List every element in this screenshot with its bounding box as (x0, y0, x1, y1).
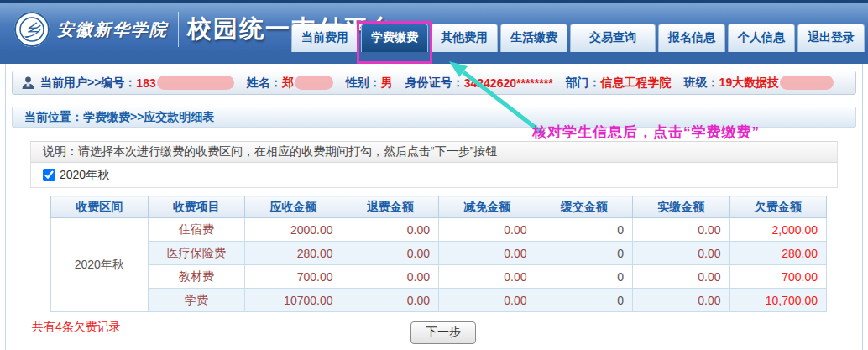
tab-logout[interactable]: 退出登录 (797, 24, 865, 52)
col-header-refund: 退费金额 (342, 196, 439, 218)
next-step-button[interactable]: 下一步 (410, 321, 476, 344)
user-icon (21, 76, 35, 90)
user-info-bar: 当前用户>>编号：183 姓名：郑 性别：男 身份证号：34242620****… (12, 71, 856, 95)
table-row: 2020年秋 住宿费 2000.00 0.00 0.00 0 0.00 2,00… (51, 218, 827, 242)
tab-registration-info[interactable]: 报名信息 (658, 24, 725, 52)
period-checkbox-label: 2020年秋 (60, 168, 109, 183)
university-logo-icon: 乡 (13, 11, 50, 48)
annotation-text: 核对学生信息后，点击“学费缴费” (532, 123, 760, 142)
redaction-blob (780, 76, 834, 90)
col-header-due: 应收金额 (245, 196, 342, 218)
col-header-defer: 缓交金额 (536, 196, 633, 218)
svg-text:乡: 乡 (24, 20, 42, 39)
user-name-field: 姓名：郑 (247, 76, 333, 91)
table-row: 学费 10700.00 0.00 0.00 0 0.00 10,700.00 (51, 289, 827, 312)
redaction-blob (295, 76, 333, 90)
col-header-owed: 欠费金额 (729, 196, 827, 218)
selection-panel: 说明：请选择本次进行缴费的收费区间，在相应的收费期间打勾，然后点击“下一步”按钮… (30, 141, 838, 188)
col-header-waiver: 减免金额 (439, 196, 536, 218)
university-name: 安徽新华学院 (57, 18, 168, 41)
table-row: 医疗保险费 280.00 0.00 0.00 0 0.00 280.00 (51, 242, 827, 265)
period-cell: 2020年秋 (51, 218, 149, 312)
col-header-paid: 实缴金额 (633, 196, 730, 218)
table-header-row: 收费区间 收费项目 应收金额 退费金额 减免金额 缓交金额 实缴金额 欠费金额 (51, 196, 827, 218)
brand-divider (178, 12, 179, 47)
table-row: 教材费 700.00 0.00 0.00 0 0.00 700.00 (51, 265, 827, 289)
tab-other-fees[interactable]: 其他费用 (431, 24, 498, 52)
period-checkbox[interactable] (43, 169, 55, 181)
user-department-field: 部门：信息工程学院 (566, 76, 672, 91)
fee-table: 收费区间 收费项目 应收金额 退费金额 减免金额 缓交金额 实缴金额 欠费金额 … (50, 196, 827, 312)
period-checkbox-row: 2020年秋 (31, 163, 837, 187)
redaction-blob (157, 76, 234, 90)
col-header-item: 收费项目 (148, 196, 245, 218)
page-right-edge (862, 64, 863, 350)
tab-tuition-payment[interactable]: 学费缴费 (361, 24, 428, 52)
campus-payment-page: 乡 安徽新华学院 校园统一支付平台 当前费用 学费缴费 其他费用 生活缴费 交易… (0, 0, 868, 350)
user-class-field: 班级：19大数据技 (684, 76, 834, 91)
header-bottom-strip (0, 52, 868, 64)
user-idcard-field: 身份证号：34242620******** (405, 76, 553, 91)
user-id-field: 当前用户>>编号：183 (40, 76, 234, 91)
header: 乡 安徽新华学院 校园统一支付平台 当前费用 学费缴费 其他费用 生活缴费 交易… (0, 0, 868, 52)
instruction-text: 说明：请选择本次进行缴费的收费区间，在相应的收费期间打勾，然后点击“下一步”按钮 (31, 141, 837, 163)
tab-current-fees[interactable]: 当前费用 (291, 24, 358, 52)
tab-living-payment[interactable]: 生活缴费 (500, 24, 567, 52)
page-left-edge (5, 64, 6, 350)
user-gender-field: 性别：男 (346, 76, 393, 91)
nav-tabs: 当前费用 学费缴费 其他费用 生活缴费 交易查询 报名信息 个人信息 退出登录 (291, 24, 865, 52)
arrears-summary: 共有4条欠费记录 (32, 320, 121, 335)
tab-transaction-query[interactable]: 交易查询 (570, 24, 656, 52)
tab-personal-info[interactable]: 个人信息 (728, 24, 795, 52)
col-header-period: 收费区间 (51, 196, 149, 218)
